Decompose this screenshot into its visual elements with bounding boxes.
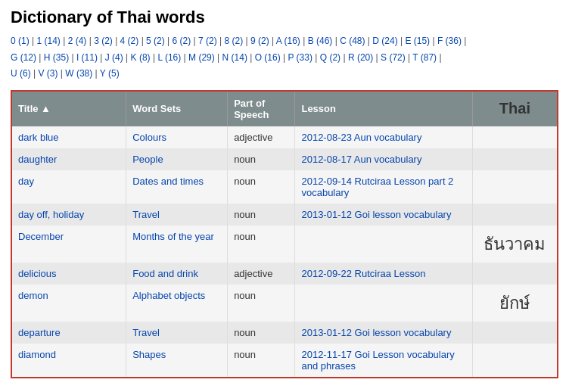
cell-pos: noun: [228, 344, 295, 377]
alpha-nav-link[interactable]: 5 (2): [146, 36, 165, 46]
cell-pos: noun: [228, 148, 295, 170]
wordset-link[interactable]: Months of the year: [132, 231, 214, 242]
alpha-nav-link[interactable]: 7 (2): [198, 36, 217, 46]
entry-link[interactable]: day off, holiday: [18, 209, 84, 220]
cell-lesson: 2013-01-12 Goi lesson vocabulary: [295, 322, 472, 344]
alpha-nav-link[interactable]: U (6): [11, 68, 31, 79]
thai-text: ยักษ์: [499, 294, 530, 313]
cell-title: December: [12, 226, 126, 263]
cell-thai: [472, 126, 557, 148]
lesson-link[interactable]: 2012-09-14 Rutciraa Lesson part 2 vocabu…: [301, 176, 453, 198]
lesson-link[interactable]: 2013-01-12 Goi lesson vocabulary: [301, 209, 451, 220]
alpha-nav-link[interactable]: 9 (2): [250, 36, 269, 46]
entry-link[interactable]: departure: [18, 327, 61, 338]
cell-thai: [472, 322, 557, 344]
alpha-nav-link[interactable]: P (33): [288, 52, 312, 63]
cell-thai: ธันวาคม: [472, 226, 557, 263]
wordset-link[interactable]: Dates and times: [132, 176, 204, 187]
cell-pos: noun: [228, 226, 295, 263]
lesson-link[interactable]: 2013-01-12 Goi lesson vocabulary: [301, 327, 451, 338]
alpha-nav-link[interactable]: V (3): [38, 68, 58, 79]
entry-link[interactable]: December: [18, 231, 64, 242]
wordset-link[interactable]: Colours: [132, 132, 166, 143]
alpha-nav-link[interactable]: A (16): [276, 36, 300, 46]
cell-pos: noun: [228, 322, 295, 344]
alpha-nav-link[interactable]: R (20): [348, 52, 373, 63]
lesson-link[interactable]: 2012-09-22 Rutciraa Lesson: [301, 268, 425, 279]
table-row: demonAlphabet objectsnounยักษ์: [12, 285, 557, 322]
cell-thai: [472, 263, 557, 285]
alpha-nav-link[interactable]: K (8): [131, 52, 151, 63]
wordset-link[interactable]: Food and drink: [132, 268, 198, 279]
col-header-lesson: Lesson: [295, 92, 472, 126]
cell-thai: ยักษ์: [472, 285, 557, 322]
col-header-thai: Thai: [472, 92, 557, 126]
cell-wordsets: Shapes: [126, 344, 228, 377]
alpha-nav-link[interactable]: L (16): [157, 52, 181, 63]
alpha-navigation: 0 (1) | 1 (14) | 2 (4) | 3 (2) | 4 (2) |…: [11, 33, 558, 82]
entry-link[interactable]: diamond: [18, 349, 56, 360]
cell-title: diamond: [12, 344, 126, 377]
lesson-link[interactable]: 2012-08-17 Aun vocabulary: [301, 154, 421, 165]
cell-title: demon: [12, 285, 126, 322]
alpha-nav-link[interactable]: M (29): [188, 52, 215, 63]
entry-link[interactable]: delicious: [18, 268, 57, 279]
wordset-link[interactable]: People: [132, 154, 163, 165]
alpha-nav-link[interactable]: Q (2): [320, 52, 340, 63]
alpha-nav-link[interactable]: C (48): [340, 36, 365, 46]
cell-lesson: 2012-08-17 Aun vocabulary: [295, 148, 472, 170]
cell-pos: noun: [228, 204, 295, 226]
table-row: DecemberMonths of the yearnounธันวาคม: [12, 226, 557, 263]
alpha-nav-link[interactable]: Y (5): [100, 68, 120, 79]
wordset-link[interactable]: Alphabet objects: [132, 290, 205, 301]
table-body: dark blueColoursadjective2012-08-23 Aun …: [12, 126, 557, 377]
cell-lesson: 2012-09-22 Rutciraa Lesson: [295, 263, 472, 285]
wordset-link[interactable]: Travel: [132, 209, 160, 220]
table-row: day off, holidayTravelnoun2013-01-12 Goi…: [12, 204, 557, 226]
alpha-nav-link[interactable]: 8 (2): [225, 36, 244, 46]
cell-wordsets: Travel: [126, 204, 228, 226]
alpha-nav-link[interactable]: T (87): [412, 52, 437, 63]
alpha-nav-link[interactable]: B (46): [308, 36, 333, 46]
entry-link[interactable]: daughter: [18, 154, 57, 165]
cell-lesson: 2013-01-12 Goi lesson vocabulary: [295, 204, 472, 226]
cell-title: dark blue: [12, 126, 126, 148]
wordset-link[interactable]: Travel: [132, 327, 160, 338]
cell-lesson: [295, 285, 472, 322]
alpha-nav-link[interactable]: 6 (2): [173, 36, 191, 46]
table-row: dark blueColoursadjective2012-08-23 Aun …: [12, 126, 557, 148]
alpha-nav-link[interactable]: N (14): [222, 52, 247, 63]
wordset-link[interactable]: Shapes: [132, 349, 166, 360]
alpha-nav-link[interactable]: J (4): [105, 52, 123, 63]
alpha-nav-link[interactable]: 0 (1): [11, 36, 30, 46]
table-row: diamondShapesnoun2012-11-17 Goi Lesson v…: [12, 344, 557, 377]
alpha-nav-link[interactable]: E (15): [405, 36, 430, 46]
cell-wordsets: Alphabet objects: [126, 285, 228, 322]
cell-pos: noun: [228, 285, 295, 322]
lesson-link[interactable]: 2012-11-17 Goi Lesson vocabulary and phr…: [301, 349, 454, 372]
col-header-title[interactable]: Title ▲: [12, 92, 126, 126]
alpha-nav-link[interactable]: 4 (2): [120, 36, 139, 46]
entry-link[interactable]: dark blue: [18, 132, 58, 143]
alpha-nav-link[interactable]: G (12): [11, 52, 36, 63]
lesson-link[interactable]: 2012-08-23 Aun vocabulary: [301, 132, 421, 143]
entry-link[interactable]: demon: [18, 290, 48, 301]
cell-lesson: 2012-09-14 Rutciraa Lesson part 2 vocabu…: [295, 170, 472, 204]
alpha-nav-link[interactable]: 2 (4): [68, 36, 87, 46]
alpha-nav-link[interactable]: D (24): [372, 36, 397, 46]
table-header: Title ▲ Word Sets Part of Speech Lesson …: [12, 92, 557, 126]
alpha-nav-link[interactable]: 3 (2): [94, 36, 113, 46]
entry-link[interactable]: day: [18, 176, 34, 187]
alpha-nav-link[interactable]: 1 (14): [36, 36, 60, 46]
alpha-nav-link[interactable]: O (16): [255, 52, 281, 63]
col-header-wordsets[interactable]: Word Sets: [126, 92, 228, 126]
alpha-nav-link[interactable]: F (36): [437, 36, 462, 46]
cell-lesson: [295, 226, 472, 263]
alpha-nav-link[interactable]: I (11): [76, 52, 98, 63]
dictionary-table: Title ▲ Word Sets Part of Speech Lesson …: [12, 92, 557, 377]
alpha-nav-link[interactable]: W (38): [65, 68, 92, 79]
alpha-nav-link[interactable]: H (35): [44, 52, 69, 63]
cell-wordsets: People: [126, 148, 228, 170]
cell-thai: [472, 204, 557, 226]
alpha-nav-link[interactable]: S (72): [381, 52, 406, 63]
